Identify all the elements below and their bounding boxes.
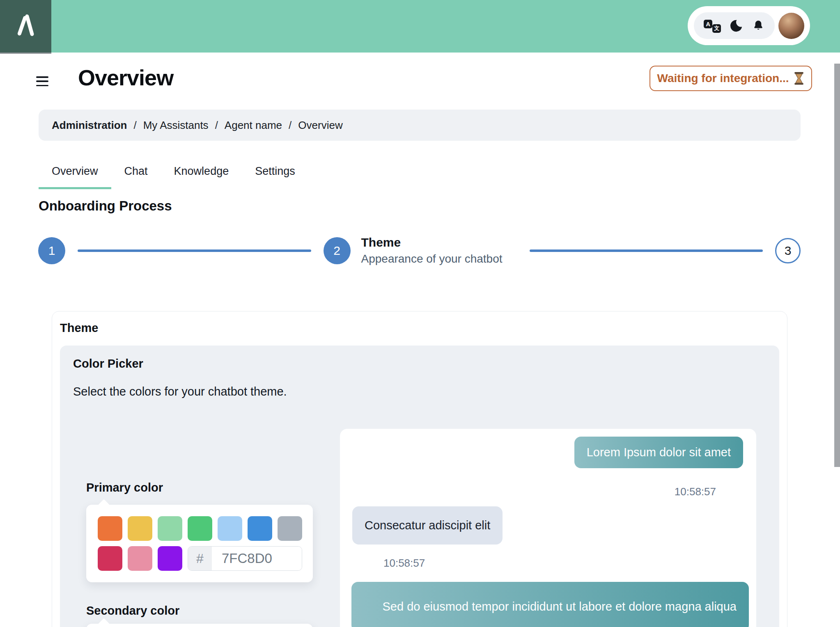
color-picker-section: Color Picker Select the colors for your … [60, 346, 779, 627]
hex-color-input[interactable] [212, 547, 302, 570]
color-swatch-light-green[interactable] [158, 516, 182, 541]
color-swatch-orange[interactable] [98, 516, 122, 541]
message-row: Consecatur adiscipit elit [352, 506, 756, 545]
step-connector [530, 249, 763, 252]
step-2-labels: Theme Appearance of your chatbot [361, 236, 517, 266]
page-title: Overview [78, 65, 173, 90]
breadcrumb: Administration / My Assistants / Agent n… [39, 110, 801, 141]
primary-color-popup: # [86, 505, 313, 582]
scrollbar-thumb[interactable] [834, 64, 840, 467]
user-avatar[interactable] [778, 13, 804, 39]
breadcrumb-separator: / [215, 119, 218, 132]
breadcrumb-separator: / [289, 119, 291, 132]
color-swatch-blue[interactable] [248, 516, 272, 541]
theme-card: Theme Color Picker Select the colors for… [52, 311, 787, 627]
chat-bubble-outgoing: Sed do eiusmod tempor incididunt ut labo… [351, 582, 749, 627]
swatch-grid: # [86, 505, 313, 582]
hourglass-icon [794, 72, 804, 85]
hex-prefix: # [188, 547, 212, 570]
icon-group: A 文 [694, 12, 775, 39]
onboarding-heading: Onboarding Process [39, 198, 172, 214]
secondary-color-label: Secondary color [86, 604, 179, 618]
brand-logo[interactable] [0, 0, 51, 53]
color-swatch-purple[interactable] [158, 546, 182, 571]
dark-mode-button[interactable] [729, 19, 743, 33]
bell-icon [752, 19, 765, 32]
step-2-circle[interactable]: 2 [324, 237, 351, 264]
color-swatch-red[interactable] [98, 546, 122, 571]
tab-bar: Overview Chat Knowledge Settings [39, 161, 308, 189]
moon-icon [729, 19, 743, 33]
chat-bubble-outgoing: Lorem Ipsum dolor sit amet [574, 437, 743, 468]
color-swatch-yellow[interactable] [128, 516, 152, 541]
status-label: Waiting for integration... [657, 72, 789, 85]
step-connector [78, 249, 311, 252]
primary-color-label: Primary color [86, 481, 163, 494]
message-timestamp: 10:58:57 [383, 557, 756, 570]
step-3-circle[interactable]: 3 [775, 238, 801, 263]
hex-color-control: # [188, 546, 302, 571]
notifications-button[interactable] [752, 19, 765, 32]
app-window: A 文 Overvi [0, 0, 840, 627]
color-picker-description: Select the colors for your chatbot theme… [73, 385, 287, 398]
topbar-actions: A 文 [688, 6, 810, 45]
breadcrumb-item-overview[interactable]: Overview [298, 119, 342, 132]
message-timestamp: 10:58:57 [340, 485, 716, 498]
color-swatch-pink[interactable] [128, 546, 152, 571]
secondary-color-popup [86, 624, 313, 627]
onboarding-stepper: 1 2 Theme Appearance of your chatbot 3 [38, 237, 801, 265]
step-1-circle[interactable]: 1 [38, 237, 65, 264]
color-swatch-gray[interactable] [278, 516, 302, 541]
brand-logo-icon [9, 9, 42, 43]
step-2-title: Theme [361, 236, 517, 249]
tab-overview[interactable]: Overview [39, 161, 111, 189]
color-swatch-green[interactable] [188, 516, 212, 541]
tab-chat[interactable]: Chat [111, 161, 161, 189]
step-2-subtitle: Appearance of your chatbot [361, 252, 517, 266]
topbar: A 文 [0, 0, 840, 53]
theme-card-title: Theme [60, 321, 779, 335]
translate-icon: A 文 [704, 18, 721, 33]
breadcrumb-item-agent-name[interactable]: Agent name [225, 119, 282, 132]
hamburger-menu-button[interactable] [36, 76, 48, 86]
tab-settings[interactable]: Settings [242, 161, 308, 189]
breadcrumb-separator: / [133, 119, 136, 132]
message-row: Lorem Ipsum dolor sit amet [340, 437, 743, 468]
chat-bubble-incoming: Consecatur adiscipit elit [352, 506, 503, 545]
message-row: Sed do eiusmod tempor incididunt ut labo… [351, 582, 749, 627]
breadcrumb-item-administration[interactable]: Administration [52, 119, 127, 132]
tab-knowledge[interactable]: Knowledge [161, 161, 242, 189]
color-swatch-light-blue[interactable] [218, 516, 242, 541]
translate-button[interactable]: A 文 [704, 18, 721, 33]
chat-preview-panel: Lorem Ipsum dolor sit amet 10:58:57 Cons… [340, 429, 756, 627]
integration-status-button[interactable]: Waiting for integration... [650, 66, 812, 91]
breadcrumb-item-my-assistants[interactable]: My Assistants [143, 119, 209, 132]
color-picker-title: Color Picker [73, 357, 143, 371]
